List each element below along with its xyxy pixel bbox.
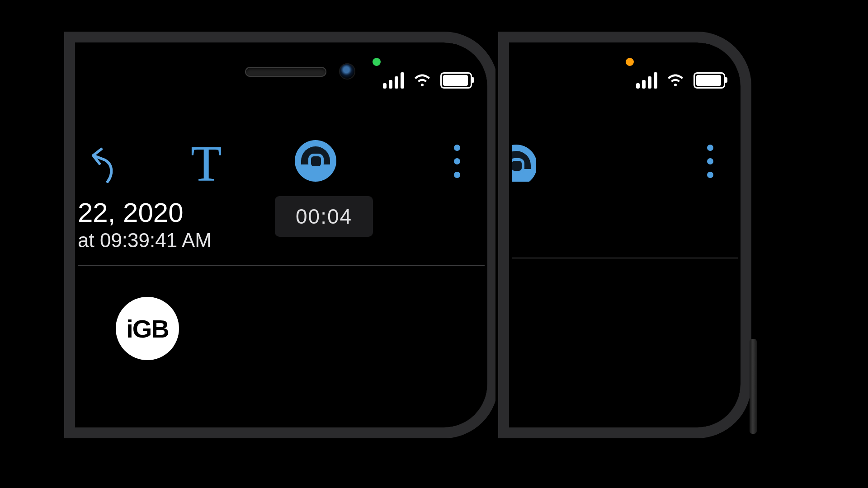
dot-icon <box>454 172 460 178</box>
app-toolbar: T <box>78 136 485 194</box>
microphone-indicator-dot-icon <box>626 58 634 66</box>
status-bar <box>383 72 472 89</box>
status-bar <box>636 72 725 89</box>
dot-icon <box>707 145 713 151</box>
dot-icon <box>707 172 713 178</box>
more-options-button[interactable] <box>454 145 460 178</box>
divider <box>512 258 738 258</box>
undo-button[interactable] <box>84 146 116 184</box>
earpiece-speaker <box>245 67 326 77</box>
note-title: 22, 2020 <box>78 197 485 228</box>
note-header: 22, 2020 at 09:39:41 AM <box>78 197 485 266</box>
record-stop-button[interactable] <box>512 145 536 182</box>
dot-icon <box>454 145 460 151</box>
battery-icon <box>693 72 725 89</box>
front-camera <box>339 63 355 80</box>
iphone-right: 04 <box>498 32 751 438</box>
cellular-signal-icon <box>636 72 657 89</box>
cellular-signal-icon <box>383 72 404 89</box>
side-button <box>750 339 757 434</box>
wifi-icon <box>665 73 685 88</box>
wifi-icon <box>412 73 432 88</box>
text-tool-button[interactable]: T <box>191 138 222 189</box>
dot-icon <box>454 158 460 164</box>
igb-watermark-logo: iGB <box>116 297 179 360</box>
promo-image: T 00:04 22, 2020 at 09:39:41 AM <box>105 0 763 370</box>
notch <box>195 45 403 93</box>
camera-indicator-dot-icon <box>373 58 381 66</box>
more-options-button[interactable] <box>707 145 713 178</box>
app-toolbar <box>512 136 738 194</box>
record-stop-button[interactable] <box>295 140 336 182</box>
dot-icon <box>707 158 713 164</box>
iphone-left: T 00:04 22, 2020 at 09:39:41 AM <box>64 32 498 438</box>
battery-icon <box>440 72 472 89</box>
note-timestamp: at 09:39:41 AM <box>78 229 485 252</box>
